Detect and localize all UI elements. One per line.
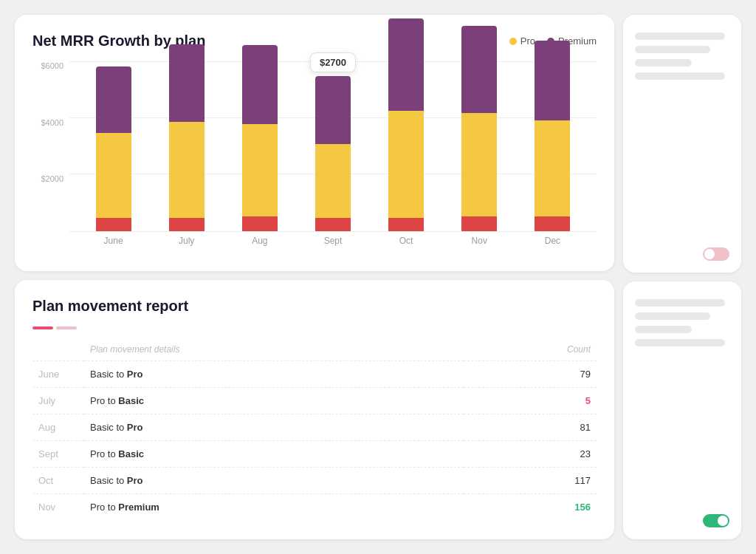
count-nov: 156 (464, 494, 597, 521)
col-count: Count (464, 341, 597, 361)
bar-basic-oct (388, 218, 424, 231)
bar-basic-dec (535, 216, 570, 231)
bar-premium-aug (242, 45, 278, 124)
x-label-dec: Dec (530, 231, 574, 253)
month-july: July (32, 388, 84, 414)
bar-stack-sept (315, 76, 351, 231)
bar-stack-dec (535, 41, 570, 231)
movement-july: Pro to Basic (84, 388, 464, 414)
month-sept: Sept (32, 441, 84, 468)
filter-line-1[interactable] (32, 326, 53, 329)
bar-premium-sept (315, 76, 351, 144)
bar-pro-june (96, 133, 131, 218)
toggle-container-bottom (635, 505, 729, 527)
month-aug: Aug (32, 414, 84, 441)
skeleton-lines-bottom (635, 293, 729, 352)
x-label-sept: Sept (311, 231, 355, 253)
y-label-2000: $2000 (41, 174, 63, 183)
bar-premium-dec (535, 41, 570, 120)
x-label-june: June (92, 231, 136, 253)
bar-premium-july (169, 44, 205, 122)
bar-basic-aug (242, 216, 278, 231)
skeleton-line (635, 59, 692, 66)
plan-filter-bar (32, 326, 597, 329)
table-row: Sept Pro to Basic 23 (32, 441, 597, 468)
bars-container: $2700 (69, 61, 597, 231)
table-row: Nov Pro to Premium 156 (32, 494, 597, 521)
bar-group-oct (384, 18, 428, 231)
bar-premium-june (96, 66, 131, 133)
x-label-aug: Aug (238, 231, 282, 253)
right-card-bottom (623, 281, 741, 539)
col-details: Plan movement details (84, 341, 464, 361)
filter-line-2[interactable] (56, 326, 77, 329)
bar-stack-july (169, 44, 205, 231)
plan-movement-card: Plan movement report Plan movement detai… (15, 280, 614, 539)
toggle-button-top[interactable] (703, 247, 729, 261)
count-july: 5 (464, 388, 597, 414)
bar-stack-oct (388, 18, 424, 231)
toggle-knob (704, 249, 715, 259)
bar-pro-oct (388, 111, 424, 218)
movement-sept: Pro to Basic (84, 441, 464, 468)
skeleton-line (635, 33, 725, 40)
y-axis: $6000 $4000 $2000 (32, 61, 69, 231)
bar-basic-nov (461, 216, 497, 231)
table-row: June Basic to Pro 79 (32, 361, 597, 388)
toggle-container-top (635, 239, 729, 261)
col-month (32, 341, 84, 361)
toggle-knob (718, 516, 728, 526)
legend-pro-dot (509, 38, 517, 45)
bar-stack-aug (242, 45, 278, 231)
bar-group-sept[interactable]: $2700 (311, 76, 355, 231)
bar-basic-sept (315, 218, 351, 231)
movement-oct: Basic to Pro (84, 468, 464, 494)
bar-pro-dec (535, 120, 570, 216)
x-label-july: July (165, 231, 209, 253)
x-labels: June July Aug Sept Oct Nov Dec (69, 231, 597, 253)
count-oct: 117 (464, 468, 597, 494)
count-aug: 81 (464, 414, 597, 441)
bar-group-aug (238, 45, 282, 231)
x-label-nov: Nov (457, 231, 501, 253)
bar-group-dec (530, 41, 574, 231)
skeleton-line (635, 339, 725, 346)
skeleton-line (635, 299, 725, 307)
movement-june: Basic to Pro (84, 361, 464, 388)
bar-pro-aug (242, 124, 278, 216)
table-row: Oct Basic to Pro 117 (32, 468, 597, 494)
chart-area: $6000 $4000 $2000 (32, 61, 597, 253)
right-panel (623, 15, 741, 539)
toggle-button-bottom[interactable] (703, 514, 729, 527)
chart-card: Net MRR Growth by plan Basic Pro Premium (15, 15, 614, 271)
y-label-6000: $6000 (41, 61, 63, 70)
bar-premium-oct (388, 18, 424, 111)
table-header-row: Plan movement details Count (32, 341, 597, 361)
skeleton-line (635, 46, 710, 53)
bar-pro-nov (461, 113, 497, 216)
month-nov: Nov (32, 494, 84, 521)
skeleton-line (635, 326, 692, 333)
bar-group-nov (457, 26, 501, 231)
month-oct: Oct (32, 468, 84, 494)
bar-basic-july (169, 218, 205, 231)
bar-group-june (92, 66, 136, 231)
bar-premium-nov (461, 26, 497, 113)
table-row: Aug Basic to Pro 81 (32, 414, 597, 441)
left-panel: Net MRR Growth by plan Basic Pro Premium (15, 15, 614, 539)
movement-nov: Pro to Premium (84, 494, 464, 521)
movement-aug: Basic to Pro (84, 414, 464, 441)
bar-pro-sept (315, 144, 351, 218)
chart-tooltip: $2700 (310, 52, 356, 72)
plan-report-title: Plan movement report (32, 298, 597, 315)
count-sept: 23 (464, 441, 597, 468)
skeleton-line (635, 312, 710, 320)
y-label-4000: $4000 (41, 118, 63, 127)
count-june: 79 (464, 361, 597, 388)
x-label-oct: Oct (384, 231, 428, 253)
right-card-top (623, 15, 741, 273)
plan-table: Plan movement details Count June Basic t… (32, 341, 597, 520)
skeleton-lines-top (635, 27, 729, 86)
bar-group-july (165, 44, 209, 231)
bar-basic-june (96, 218, 131, 231)
